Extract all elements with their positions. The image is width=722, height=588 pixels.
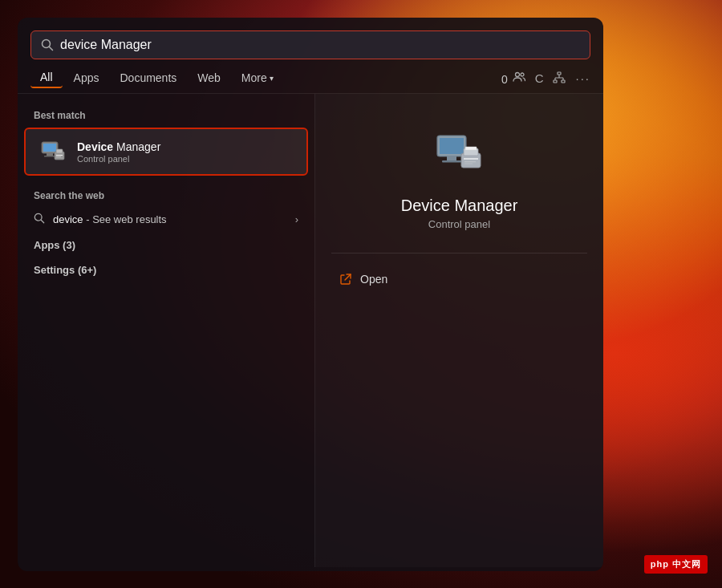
- ellipsis-icon[interactable]: ···: [575, 71, 590, 85]
- best-match-item-title: Device Manager: [77, 140, 160, 153]
- count-badge: 0: [501, 71, 525, 86]
- svg-line-31: [345, 274, 351, 280]
- search-web-section: Search the web device - See web results: [18, 184, 314, 233]
- open-action-item[interactable]: Open: [331, 266, 587, 292]
- main-content: Best match: [18, 94, 603, 567]
- tab-apps[interactable]: Apps: [64, 68, 109, 87]
- detail-title: Device Manager: [401, 197, 518, 215]
- detail-device-manager-icon: [431, 126, 489, 184]
- tab-documents[interactable]: Documents: [110, 68, 186, 87]
- best-match-item-text: Device Manager Control panel: [77, 140, 160, 164]
- people-icon: [513, 72, 525, 86]
- svg-rect-29: [464, 164, 473, 164]
- search-bar: [30, 30, 590, 59]
- web-search-item[interactable]: device - See web results ›: [18, 206, 314, 233]
- open-external-icon: [339, 273, 352, 286]
- tab-web[interactable]: Web: [188, 68, 230, 87]
- search-input[interactable]: [60, 38, 580, 52]
- svg-rect-23: [447, 156, 456, 160]
- web-search-icon: [34, 213, 45, 226]
- filter-tabs-left: All Apps Documents Web More ▾: [30, 67, 283, 88]
- search-panel: All Apps Documents Web More ▾ 0: [18, 18, 603, 571]
- svg-point-2: [515, 72, 519, 76]
- svg-rect-12: [43, 144, 56, 152]
- svg-line-20: [41, 220, 44, 223]
- detail-subtitle: Control panel: [428, 218, 490, 230]
- best-match-item-device-manager[interactable]: Device Manager Control panel: [24, 128, 308, 176]
- svg-rect-6: [562, 80, 565, 83]
- chevron-right-icon: ›: [295, 213, 298, 225]
- open-label: Open: [360, 273, 387, 286]
- best-match-item-subtitle: Control panel: [77, 154, 160, 164]
- svg-rect-30: [465, 147, 477, 150]
- svg-rect-22: [440, 138, 464, 154]
- apps-section-item[interactable]: Apps (3): [18, 233, 314, 258]
- svg-rect-28: [464, 161, 476, 162]
- detail-divider: [331, 253, 587, 253]
- svg-point-3: [521, 73, 524, 76]
- svg-rect-4: [558, 72, 561, 75]
- svg-rect-14: [44, 156, 55, 157]
- char-c-button[interactable]: C: [535, 71, 544, 85]
- svg-rect-5: [554, 80, 557, 83]
- svg-rect-27: [464, 158, 478, 160]
- search-icon: [41, 39, 54, 51]
- search-web-label: Search the web: [18, 184, 314, 206]
- filter-tabs-right: 0 C: [501, 71, 590, 86]
- svg-rect-24: [442, 160, 461, 163]
- svg-rect-18: [56, 156, 61, 157]
- right-panel: Device Manager Control panel Open: [314, 94, 603, 567]
- php-watermark: php 中文网: [644, 555, 708, 574]
- filter-tabs: All Apps Documents Web More ▾ 0: [18, 59, 603, 94]
- web-search-left: device - See web results: [34, 213, 167, 226]
- web-search-text: device - See web results: [53, 213, 167, 225]
- svg-line-1: [50, 47, 53, 51]
- svg-rect-16: [56, 149, 63, 153]
- device-manager-icon: [39, 137, 67, 166]
- chevron-down-icon: ▾: [270, 74, 274, 83]
- best-match-label: Best match: [18, 103, 314, 126]
- svg-rect-17: [56, 155, 63, 156]
- network-icon[interactable]: [553, 71, 566, 84]
- tab-more[interactable]: More ▾: [232, 68, 283, 87]
- settings-section-item[interactable]: Settings (6+): [18, 258, 314, 282]
- svg-rect-13: [47, 153, 53, 156]
- left-panel: Best match: [18, 94, 314, 567]
- tab-all[interactable]: All: [30, 67, 63, 88]
